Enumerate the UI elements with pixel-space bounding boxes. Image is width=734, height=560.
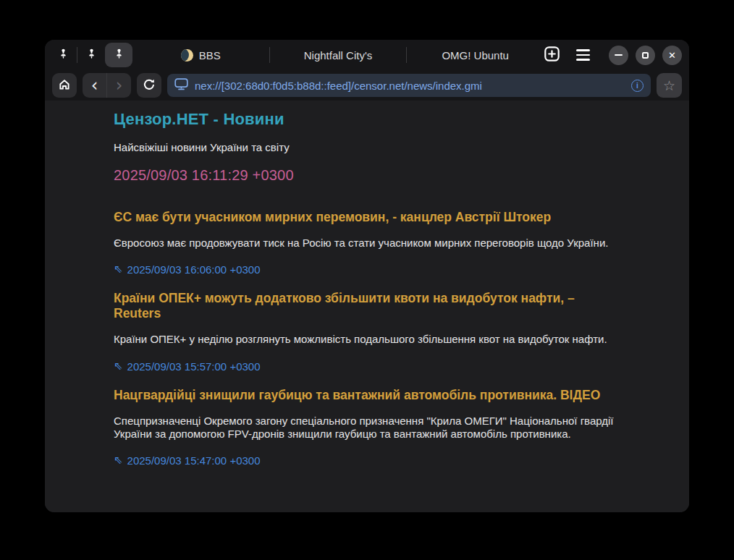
forward-icon: › — [116, 77, 123, 94]
moon-favicon-icon — [181, 49, 193, 61]
page-subtitle: Найсвіжіші новини України та світу — [114, 141, 620, 153]
article-timestamp-link[interactable]: ⇖ 2025/09/03 15:47:00 +0300 — [114, 454, 261, 467]
tab-label: OMG! Ubuntu — [442, 49, 509, 61]
article-headline: Нацгвардійці знищили гаубицю та вантажни… — [114, 388, 620, 403]
gemtext-document: Цензор.НЕТ - Новини Найсвіжіші новини Ук… — [114, 101, 620, 467]
home-icon — [58, 78, 71, 93]
pin-icon — [86, 48, 97, 61]
article-timestamp-link[interactable]: ⇖ 2025/09/03 15:57:00 +0300 — [114, 360, 261, 373]
pin-icon — [114, 48, 125, 61]
northwest-arrow-icon: ⇖ — [114, 455, 123, 466]
tab-omg-ubuntu[interactable]: OMG! Ubuntu — [407, 40, 544, 70]
article-headline: Країни ОПЕК+ можуть додатково збільшити … — [114, 291, 620, 321]
pinned-tab-3-active[interactable] — [105, 43, 132, 67]
plus-icon — [544, 46, 560, 64]
article-summary: Спецпризначенці Окремого загону спеціаль… — [114, 415, 620, 441]
page-title: Цензор.НЕТ - Новини — [114, 110, 620, 129]
bookmark-star-button[interactable]: ☆ — [657, 73, 682, 98]
hamburger-icon — [576, 54, 590, 56]
article-summary: Євросоюз має продовжувати тиск на Росію … — [114, 237, 620, 250]
article-timestamp-link[interactable]: ⇖ 2025/09/03 16:06:00 +0300 — [114, 263, 261, 276]
tab-strip: BBS Nightfall City's OMG! Ubuntu — [132, 40, 544, 70]
navigation-bar: ‹ › nex://[302:68d0:f0d5:b88d::feed]/cen… — [45, 70, 689, 101]
article: ЄС має бути учасником мирних перемовин, … — [114, 210, 620, 276]
northwest-arrow-icon: ⇖ — [114, 264, 123, 275]
tab-label: Nightfall City's — [304, 49, 373, 61]
page-info-icon[interactable]: i — [631, 80, 644, 92]
page-content: Цензор.НЕТ - Новини Найсвіжіші новини Ук… — [45, 101, 689, 512]
terminal-monitor-icon — [174, 78, 188, 93]
page-updated-timestamp: 2025/09/03 16:11:29 +0300 — [114, 167, 620, 184]
tab-bbs[interactable]: BBS — [132, 40, 269, 70]
menu-button[interactable] — [576, 49, 590, 61]
url-text: nex://[302:68d0:f0d5:b88d::feed]/censor.… — [195, 80, 625, 92]
tab-bar: BBS Nightfall City's OMG! Ubuntu — [45, 40, 689, 70]
close-button[interactable]: ✕ — [662, 46, 682, 65]
article-headline: ЄС має бути учасником мирних перемовин, … — [114, 210, 620, 225]
pinned-tab-1[interactable] — [49, 43, 77, 67]
window-controls-group: ✕ — [544, 46, 682, 65]
address-bar[interactable]: nex://[302:68d0:f0d5:b88d::feed]/censor.… — [167, 74, 651, 97]
tab-nightfall-citys[interactable]: Nightfall City's — [270, 40, 407, 70]
pinned-tabs-group — [49, 40, 132, 70]
maximize-button[interactable] — [636, 46, 655, 65]
northwest-arrow-icon: ⇖ — [114, 361, 123, 372]
new-tab-button[interactable] — [544, 46, 560, 64]
pin-icon — [58, 48, 69, 61]
article: Нацгвардійці знищили гаубицю та вантажни… — [114, 388, 620, 467]
article: Країни ОПЕК+ можуть додатково збільшити … — [114, 291, 620, 372]
star-icon: ☆ — [663, 79, 675, 93]
reload-icon — [143, 78, 156, 93]
close-icon: ✕ — [668, 51, 676, 60]
maximize-icon — [642, 52, 649, 59]
back-button[interactable]: ‹ — [83, 73, 106, 98]
forward-button[interactable]: › — [107, 73, 131, 98]
browser-window: BBS Nightfall City's OMG! Ubuntu — [45, 40, 689, 512]
reload-button[interactable] — [137, 73, 161, 98]
article-summary: Країни ОПЕК+ у неділю розглянуть можливі… — [114, 333, 620, 346]
link-label: 2025/09/03 15:47:00 +0300 — [127, 454, 261, 467]
minimize-icon — [615, 54, 623, 56]
back-icon: ‹ — [91, 77, 98, 94]
pinned-tab-2[interactable] — [77, 43, 105, 67]
home-button[interactable] — [52, 73, 77, 98]
hamburger-icon — [576, 49, 590, 51]
link-label: 2025/09/03 16:06:00 +0300 — [127, 263, 261, 276]
history-buttons-group: ‹ › — [83, 73, 131, 98]
hamburger-icon — [576, 59, 590, 61]
tab-label: BBS — [199, 49, 221, 61]
minimize-button[interactable] — [609, 46, 628, 65]
link-label: 2025/09/03 15:57:00 +0300 — [127, 360, 261, 373]
